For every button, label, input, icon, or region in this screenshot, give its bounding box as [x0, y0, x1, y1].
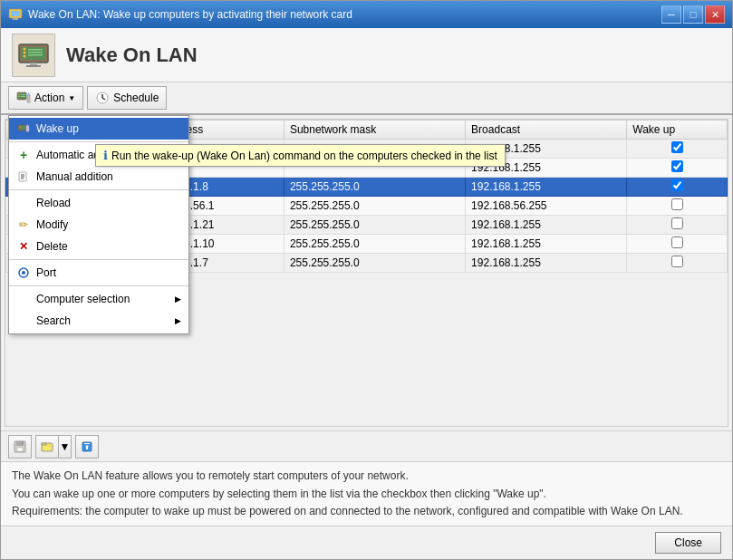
menu-sep-3 [9, 259, 188, 260]
svg-rect-1 [11, 11, 20, 16]
svg-rect-17 [21, 94, 25, 95]
svg-rect-18 [21, 96, 25, 97]
manual-add-icon [16, 169, 31, 184]
app-icon [12, 34, 55, 77]
svg-rect-40 [42, 443, 46, 445]
title-bar-buttons: ─ □ ✕ [661, 5, 725, 24]
wakeup-checkbox[interactable] [671, 256, 683, 267]
svg-point-5 [24, 47, 26, 50]
svg-rect-38 [22, 441, 24, 444]
menu-item-port[interactable]: Port [9, 262, 188, 284]
cell-broadcast: 192.168.56.255 [466, 197, 627, 216]
status-area: The Wake On LAN feature allows you to re… [1, 461, 732, 526]
search-submenu-arrow: ▶ [175, 316, 181, 325]
port-icon [16, 266, 31, 280]
title-bar-icon [8, 7, 23, 22]
svg-point-16 [18, 96, 20, 98]
svg-rect-8 [28, 49, 43, 51]
wakeup-checkbox[interactable] [671, 198, 683, 210]
header-area: Wake On LAN [1, 28, 732, 82]
main-window: Wake On LAN: Wake up computers by activa… [0, 0, 733, 560]
svg-rect-37 [17, 448, 23, 451]
cell-wakeup[interactable] [627, 159, 728, 178]
cell-mask: 255.255.255.0 [284, 197, 465, 216]
open-button[interactable] [35, 435, 59, 459]
wakeup-checkbox[interactable] [671, 141, 683, 153]
menu-item-search[interactable]: Search ▶ [9, 310, 188, 332]
schedule-icon [95, 91, 110, 105]
reload-icon [16, 196, 31, 210]
auto-add-icon: + [16, 148, 31, 162]
open-dropdown-button[interactable]: ▼ [59, 435, 72, 459]
delete-icon: ✕ [16, 239, 31, 254]
wake-up-label: Wake up [36, 122, 79, 135]
menu-item-modify[interactable]: ✏ Modify [9, 214, 188, 236]
svg-marker-20 [27, 92, 30, 95]
col-mask[interactable]: Subnetwork mask [284, 121, 465, 140]
close-row: Close [1, 526, 732, 559]
menu-item-delete[interactable]: ✕ Delete [9, 236, 188, 257]
status-line-3: Requirements: the computer to wake up mu… [12, 503, 721, 520]
cell-broadcast: 192.168.1.255 [466, 178, 627, 197]
menu-item-wake-up[interactable]: Wake up [9, 118, 188, 140]
app-title: Wake On LAN [66, 43, 198, 67]
svg-rect-27 [26, 126, 29, 131]
open-button-group: ▼ [35, 435, 72, 459]
svg-rect-10 [28, 54, 43, 56]
save-button[interactable] [8, 435, 32, 459]
svg-rect-2 [13, 18, 18, 20]
col-broadcast[interactable]: Broadcast [466, 121, 627, 140]
cell-wakeup[interactable] [627, 235, 728, 254]
col-wakeup[interactable]: Wake up [627, 121, 728, 140]
cell-wakeup[interactable] [627, 254, 728, 273]
delete-label: Delete [36, 240, 68, 253]
svg-point-7 [24, 54, 26, 57]
svg-marker-28 [26, 124, 29, 126]
svg-rect-12 [26, 65, 41, 67]
cell-mask: 255.255.255.0 [284, 178, 465, 197]
schedule-label: Schedule [113, 92, 159, 104]
cell-mask: 255.255.255.0 [284, 235, 465, 254]
wakeup-checkbox[interactable] [671, 237, 683, 248]
menu-item-manual-add[interactable]: Manual addition [9, 166, 188, 188]
export-button[interactable] [75, 435, 99, 459]
menu-item-reload[interactable]: Reload [9, 192, 188, 214]
tooltip-info-icon: ℹ [103, 149, 108, 162]
cell-wakeup[interactable] [627, 140, 728, 159]
title-bar: Wake On LAN: Wake up computers by activa… [1, 1, 732, 28]
open-icon [41, 440, 53, 453]
title-bar-text: Wake On LAN: Wake up computers by activa… [28, 8, 661, 21]
menu-sep-2 [9, 189, 188, 190]
cell-wakeup[interactable] [627, 216, 728, 235]
menu-item-computer-selection[interactable]: Computer selection ▶ [9, 288, 188, 310]
svg-point-26 [19, 126, 20, 127]
wakeup-checkbox[interactable] [671, 217, 683, 229]
svg-point-34 [22, 271, 25, 275]
tooltip-text: Run the wake-up (Wake On Lan) command on… [111, 150, 497, 162]
computer-selection-icon [16, 292, 31, 306]
wake-up-icon [16, 121, 31, 136]
close-button[interactable]: Close [655, 532, 721, 554]
port-label: Port [36, 266, 56, 279]
manual-add-label: Manual addition [36, 170, 113, 183]
modify-label: Modify [36, 218, 68, 231]
status-line-2: You can wake up one or more computers by… [12, 486, 721, 503]
cell-wakeup[interactable] [627, 178, 728, 197]
wake-up-tooltip: ℹ Run the wake-up (Wake On Lan) command … [95, 144, 506, 167]
search-label: Search [36, 314, 71, 327]
action-button[interactable]: Action ▼ [8, 86, 83, 110]
maximize-button[interactable]: □ [683, 5, 703, 24]
svg-point-15 [18, 94, 20, 96]
svg-rect-19 [27, 95, 30, 102]
computer-selection-submenu-arrow: ▶ [175, 294, 181, 304]
schedule-button[interactable]: Schedule [87, 86, 167, 110]
action-label: Action [34, 92, 64, 104]
cell-wakeup[interactable] [627, 197, 728, 216]
modify-icon: ✏ [16, 217, 31, 232]
cell-mask: 255.255.255.0 [284, 254, 465, 273]
wakeup-checkbox[interactable] [671, 160, 683, 172]
wakeup-checkbox[interactable] [671, 179, 683, 191]
minimize-button[interactable]: ─ [661, 5, 681, 24]
window-close-button[interactable]: ✕ [705, 5, 725, 24]
cell-mask: 255.255.255.0 [284, 216, 465, 235]
